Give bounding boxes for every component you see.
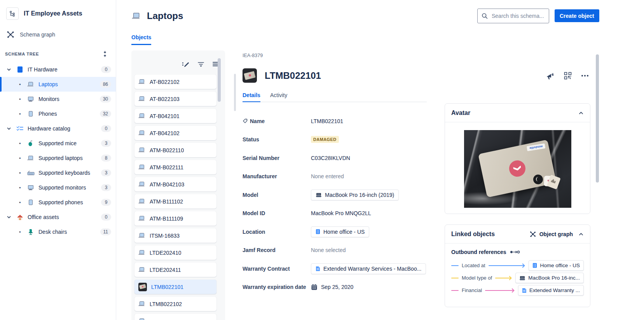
sidebar-item-office-assets[interactable]: Office assets 0: [0, 210, 116, 224]
count-badge: 0: [101, 125, 111, 132]
field-row-jamf: Jamf Record None selected: [243, 241, 433, 260]
referenced-object-chip[interactable]: MacBook Pro 16-inc...: [515, 273, 584, 283]
chevron-down-icon[interactable]: [7, 126, 12, 131]
object-actions: [546, 72, 588, 80]
collapse-subtree-icon[interactable]: [103, 51, 107, 57]
megaphone-icon[interactable]: [546, 72, 554, 80]
relation-line: [451, 278, 459, 278]
sidebar-item-label: Hardware catalog: [28, 125, 101, 132]
details-scrollbar[interactable]: [234, 74, 236, 111]
object-list-item[interactable]: AT-B042102: [134, 126, 216, 140]
object-list-item[interactable]: ATM-B022111: [134, 160, 216, 174]
field-label: Warranty Contract: [243, 266, 311, 272]
laptop-icon: [138, 199, 145, 204]
sidebar-item-phones[interactable]: Phones 32: [0, 106, 116, 121]
sidebar-item-it-hardware[interactable]: IT Hardware 0: [0, 62, 116, 77]
referenced-object-chip[interactable]: Extended Warranty ...: [518, 285, 584, 296]
chevron-down-icon[interactable]: [7, 67, 12, 72]
field-value[interactable]: C03C28IKLVDN: [311, 155, 350, 161]
sidebar-item-supported-laptops[interactable]: Supported laptops 8: [0, 151, 116, 165]
status-badge[interactable]: DAMAGED: [311, 136, 339, 143]
object-list-toolbar: [131, 50, 225, 75]
linked-objects-card: Linked objects Object graph Outbound ref…: [445, 224, 590, 307]
field-label: Location: [243, 229, 311, 235]
mouse-icon: [27, 140, 35, 146]
avatar-card-title: Avatar: [451, 110, 470, 117]
object-list-item[interactable]: ATM-B042103: [134, 177, 216, 191]
object-list-item[interactable]: LTDE202411: [134, 263, 216, 277]
object-list-item[interactable]: ITSM-16833: [134, 228, 216, 243]
sidebar-item-laptops[interactable]: Laptops 86: [0, 77, 116, 92]
field-row-serial: Serial Number C03C28IKLVDN: [243, 149, 433, 167]
laptop-icon: [138, 250, 145, 255]
field-value[interactable]: MacBook Pro MNQG2LL: [311, 210, 371, 216]
outbound-references-label: Outbound references: [451, 249, 506, 255]
field-value-empty[interactable]: None selected: [311, 247, 346, 253]
sidebar-item-label: Desk chairs: [38, 229, 100, 235]
object-list-scrollbar[interactable]: [218, 58, 221, 102]
object-list-item[interactable]: AT-B022103: [134, 92, 216, 106]
chevron-down-icon[interactable]: [7, 215, 12, 219]
object-avatar-thumbnail: [243, 68, 257, 83]
bullet-icon: [19, 140, 22, 147]
sidebar-item-hardware-catalog[interactable]: Hardware catalog 0: [0, 121, 116, 136]
object-list-panel: AT-B022102 AT-B022103 AT-B042101 AT-B042…: [131, 50, 225, 320]
field-value[interactable]: LTMB022101: [311, 118, 343, 124]
object-list-item[interactable]: ATM-B111102: [134, 194, 216, 209]
laptop-icon: [138, 182, 145, 187]
object-graph-link[interactable]: Object graph: [529, 231, 573, 238]
field-row-warranty-contract: Warranty Contract Extended Warranty Serv…: [243, 259, 433, 278]
schema-graph-link[interactable]: Schema graph: [0, 30, 116, 39]
laptop-icon: [138, 216, 145, 221]
sidebar-item-label: Supported laptops: [38, 155, 101, 161]
object-list-item[interactable]: AT-B042101: [134, 109, 216, 123]
search-input[interactable]: [491, 12, 545, 19]
sidebar-item-desk-chairs[interactable]: Desk chairs 11: [0, 224, 116, 239]
page-scrollbar[interactable]: [596, 54, 599, 183]
avatar-card-header: Avatar: [445, 104, 590, 122]
chevron-up-icon[interactable]: [578, 110, 584, 116]
chevron-up-icon[interactable]: [578, 231, 584, 237]
sidebar-item-supported-mice[interactable]: Supported mice 3: [0, 136, 116, 151]
create-object-button[interactable]: Create object: [555, 9, 599, 22]
object-list-item[interactable]: AT-B022102: [134, 75, 216, 89]
count-badge: 32: [100, 110, 111, 117]
relation-label: Financial: [462, 287, 482, 293]
object-list-item[interactable]: ATM-B022110: [134, 143, 216, 157]
field-label: Warranty expiration date: [243, 284, 311, 290]
warranty-contract-chip[interactable]: Extended Warranty Services - MacBoo...: [311, 263, 426, 274]
tab-activity[interactable]: Activity: [270, 92, 287, 102]
calendar-icon: [311, 284, 318, 290]
tab-objects[interactable]: Objects: [131, 34, 151, 45]
referenced-object-chip[interactable]: Home office - US: [529, 260, 584, 271]
object-list-item[interactable]: LTMB022102: [134, 297, 216, 311]
object-list-item[interactable]: LTDE202410: [134, 245, 216, 260]
schema-search[interactable]: [477, 9, 549, 23]
object-list-item-partial[interactable]: [134, 314, 216, 320]
sidebar-item-supported-keyboards[interactable]: Supported keyboards 3: [0, 165, 116, 180]
object-title-row: LTMB022101: [243, 68, 321, 83]
bullet-icon: [19, 228, 22, 235]
object-list-item[interactable]: ATM-B111109: [134, 211, 216, 226]
bulk-edit-icon[interactable]: [182, 61, 189, 68]
schema-tree-heading-row: SCHEMA TREE: [0, 51, 116, 57]
field-row-name: Name LTMB022101: [243, 112, 433, 130]
model-reference-chip[interactable]: MacBook Pro 16-inch (2019): [311, 190, 399, 200]
photo-sticker-black-circle: [532, 174, 544, 185]
field-label: Status: [243, 136, 311, 143]
object-list-item-selected[interactable]: LTMB022101: [134, 280, 216, 294]
sidebar-item-monitors[interactable]: Monitors 30: [0, 92, 116, 106]
tab-details[interactable]: Details: [243, 92, 260, 102]
qr-code-icon[interactable]: [564, 72, 572, 80]
filter-icon[interactable]: [197, 61, 204, 67]
field-value-empty[interactable]: None entered: [311, 173, 344, 179]
location-reference-chip[interactable]: Home office - US: [311, 226, 369, 237]
field-value[interactable]: Sep 25, 2020: [321, 284, 353, 290]
sidebar-item-supported-phones[interactable]: Supported phones 9: [0, 195, 116, 210]
laptop-icon: [138, 148, 145, 153]
sidebar-item-label: Supported phones: [38, 199, 101, 205]
sidebar-item-supported-monitors[interactable]: Supported monitors 3: [0, 180, 116, 195]
building-icon: [316, 229, 320, 234]
more-actions-icon[interactable]: [581, 72, 588, 80]
sidebar-item-label: Laptops: [38, 81, 100, 87]
